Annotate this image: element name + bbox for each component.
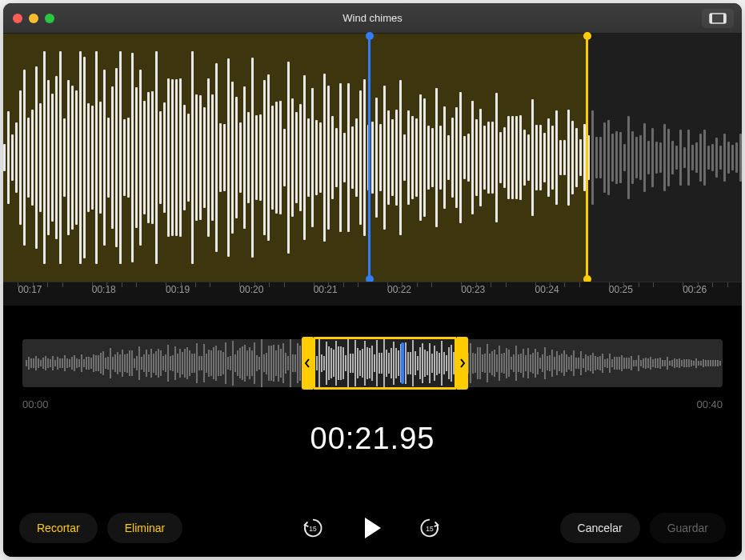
current-time-display: 00:21.95 (3, 410, 742, 464)
ruler-tick: 00:20 (239, 284, 263, 295)
close-window-button[interactable] (13, 14, 22, 23)
ruler-tick: 00:21 (314, 284, 338, 295)
overview-waveform[interactable] (22, 339, 723, 387)
jump-back-button[interactable]: 15 (301, 516, 325, 540)
trim-button[interactable]: Recortar (19, 513, 98, 543)
svg-text:15: 15 (309, 525, 317, 533)
overview-playhead[interactable] (401, 342, 404, 384)
play-button[interactable] (357, 514, 386, 542)
minimize-window-button[interactable] (29, 14, 38, 23)
time-ruler[interactable]: 00:1700:1800:1900:2000:2100:2200:2300:24… (3, 282, 742, 306)
save-button[interactable]: Guardar (650, 513, 726, 543)
svg-rect-2 (723, 14, 726, 23)
window-title: Wind chimes (3, 12, 742, 24)
ruler-tick: 00:26 (683, 284, 707, 295)
delete-button[interactable]: Eliminar (107, 513, 183, 543)
detail-waveform[interactable] (3, 34, 742, 282)
editor-window: Wind chimes 00:1700:1800:1900:2000 (3, 3, 742, 557)
transport-controls: 15 15 (192, 514, 550, 542)
window-controls (3, 14, 54, 23)
jump-forward-icon: 15 (418, 516, 442, 540)
ruler-tick: 00:18 (92, 284, 116, 295)
overview-start-time: 00:00 (22, 394, 49, 410)
ruler-tick: 00:22 (387, 284, 411, 295)
jump-forward-button[interactable]: 15 (418, 516, 442, 540)
trim-mode-button[interactable] (702, 9, 734, 28)
zoom-window-button[interactable] (45, 14, 54, 23)
chevron-right-icon (459, 358, 466, 369)
chevron-left-icon (304, 358, 310, 369)
overview-time-labels: 00:00 00:40 (3, 394, 742, 410)
jump-back-icon: 15 (301, 516, 325, 540)
trim-end-handle-overview[interactable] (457, 337, 468, 390)
ruler-tick: 00:24 (535, 284, 559, 295)
overview-end-time: 00:40 (696, 394, 723, 410)
titlebar: Wind chimes (3, 3, 742, 34)
ruler-tick: 00:25 (609, 284, 633, 295)
trim-icon (708, 12, 727, 25)
svg-rect-1 (710, 14, 712, 23)
play-icon (357, 514, 386, 542)
ruler-tick: 00:19 (166, 284, 190, 295)
ruler-tick: 00:23 (461, 284, 485, 295)
bottom-toolbar: Recortar Eliminar 15 15 (3, 499, 742, 557)
trim-start-handle[interactable] (302, 337, 313, 390)
waveform-bars (3, 34, 742, 282)
svg-text:15: 15 (426, 525, 434, 533)
overview-selection (313, 337, 456, 390)
cancel-button[interactable]: Cancelar (560, 513, 640, 543)
ruler-tick: 00:17 (18, 284, 42, 295)
